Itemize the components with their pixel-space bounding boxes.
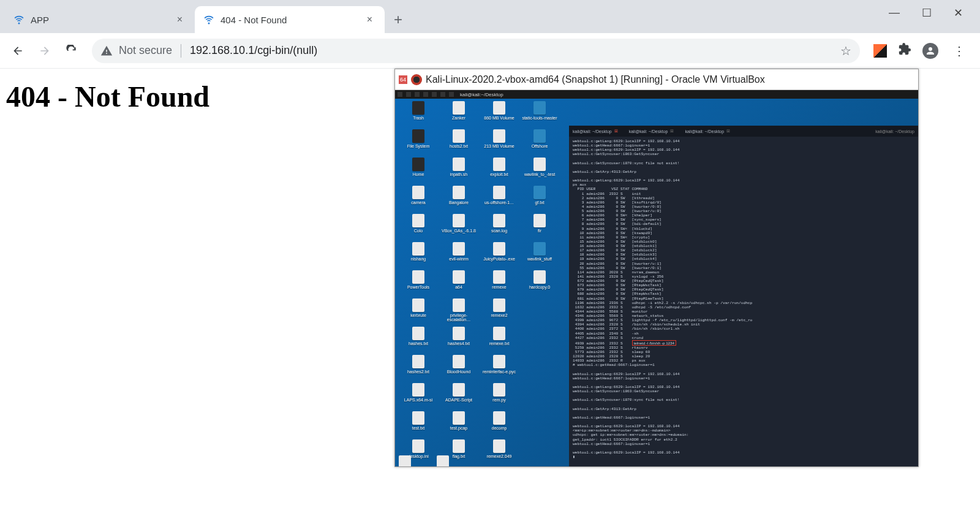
desktop-icon[interactable]: camera (399, 186, 438, 214)
desktop-icon[interactable]: hashes.txt (399, 327, 438, 355)
desktop-icon[interactable]: privilege-escalation… (439, 298, 478, 327)
desktop-icon[interactable]: Colo (399, 214, 438, 242)
icon-label: wavlink_stuff (527, 257, 552, 261)
desktop-icon[interactable]: 860 MB Volume (480, 101, 519, 129)
icon-label: us-offshore-1… (484, 200, 514, 205)
desktop-icon[interactable]: fir (520, 214, 559, 242)
desktop-icon[interactable]: 213 MB Volume (480, 129, 519, 158)
desktop-icon[interactable]: Zanker (439, 101, 478, 129)
file-icon (412, 327, 424, 340)
icon-label: File System (407, 144, 430, 148)
desktop-icon[interactable]: decomp (480, 411, 519, 439)
taskbar-item[interactable] (406, 92, 411, 97)
terminal-output[interactable]: webtool.c:getLang:6629:localIP = 192.168… (569, 137, 918, 462)
win-close[interactable]: ✕ (954, 6, 963, 20)
desktop-icon[interactable]: remexe2.049 (480, 439, 519, 466)
vm-desktop[interactable]: kali@kali:~/Desktop TrashZanker860 MB Vo… (395, 90, 918, 466)
desktop-icon[interactable]: Home (399, 158, 438, 186)
vm-window[interactable]: 64 Kali-Linux-2020.2-vbox-amd64 (Snapsho… (394, 69, 919, 467)
taskbar-item[interactable] (423, 92, 428, 97)
desktop-icon[interactable]: hashes4.txt (439, 327, 478, 355)
desktop-icon[interactable]: Bangalore (439, 186, 478, 214)
desktop-icon[interactable]: File System (399, 129, 438, 158)
desktop-icon[interactable]: test.pcap (439, 411, 478, 439)
desktop-icon[interactable]: exploit.txt (480, 158, 519, 186)
icon-label: LAPS.x64.m-si (404, 398, 432, 402)
vm-taskbar[interactable]: kali@kali:~/Desktop (395, 90, 918, 99)
icon-label: BloodHound (447, 370, 471, 374)
desktop-icon[interactable]: scan.log (480, 214, 519, 242)
file-icon (533, 242, 546, 256)
desktop-icon[interactable]: test.txt (399, 411, 438, 439)
close-icon[interactable]: ⊠ (726, 129, 730, 134)
close-icon[interactable]: × (363, 14, 376, 25)
desktop-icon[interactable]: remexe.txt (480, 327, 519, 355)
icon-label: gf.txt (535, 200, 544, 205)
desktop-icon[interactable]: evil-winrm (439, 242, 478, 270)
profile-avatar-icon[interactable] (922, 43, 938, 59)
desktop-icon[interactable]: VBox_GAs_-6.1.8 (439, 214, 478, 242)
burp-extension-icon[interactable] (873, 44, 887, 58)
desktop-icon[interactable]: wavlink_to_-test (520, 158, 559, 186)
taskbar-item[interactable] (440, 92, 445, 97)
desktop-icon[interactable]: nishang (399, 242, 438, 270)
icon-label: wavlink_to_-test (524, 172, 555, 177)
terminal-window[interactable]: kali@kali: ~/Desktop⊠ kali@kali: ~/Deskt… (569, 126, 918, 466)
close-icon[interactable]: ⊠ (614, 129, 618, 134)
address-bar[interactable]: Not secure 192.168.10.1/cgi-bin/(null) ☆ (92, 39, 860, 63)
browser-menu-icon[interactable]: ⋮ (949, 44, 969, 58)
close-icon[interactable]: ⊠ (670, 129, 674, 134)
back-button[interactable] (6, 39, 29, 63)
taskbar-item[interactable] (415, 92, 420, 97)
file-icon (453, 327, 465, 340)
win-minimize[interactable]: — (889, 6, 900, 20)
desktop-icon[interactable]: reminterfac-e.pyc (480, 355, 519, 383)
desktop-icon[interactable]: a64 (439, 270, 478, 298)
desktop-icon[interactable]: hardcopy.0 (520, 270, 559, 298)
file-icon (453, 355, 465, 368)
desktop-icon[interactable]: inpath.sh (439, 158, 478, 186)
taskbar-item[interactable] (449, 92, 454, 97)
extensions-icon[interactable] (898, 42, 911, 59)
taskbar-active-window[interactable]: kali@kali:~/Desktop (460, 92, 503, 97)
taskbar-item[interactable] (432, 92, 437, 97)
desktop-icon[interactable]: hashes2.txt (399, 355, 438, 383)
desktop-icon[interactable]: BloodHound (439, 355, 478, 383)
terminal-tab[interactable]: kali@kali: ~/Desktop⊠ (629, 129, 674, 134)
desktop-icon[interactable]: remexe2 (480, 298, 519, 327)
desktop-icon[interactable]: rem.py (480, 383, 519, 411)
terminal-tab[interactable]: kali@kali: ~/Desktop⊠ (573, 129, 618, 134)
taskbar-item[interactable] (398, 92, 402, 97)
desktop-icon[interactable]: Trash (399, 101, 438, 129)
desktop-icon[interactable]: us-offshore-1… (480, 186, 519, 214)
desktop-icon[interactable]: LAPS.x64.m-si (399, 383, 438, 411)
desktop-icon[interactable]: PowerTools (399, 270, 438, 298)
file-icon (453, 439, 465, 453)
desktop-icon[interactable]: gf.txt (520, 186, 559, 214)
vm-titlebar[interactable]: 64 Kali-Linux-2020.2-vbox-amd64 (Snapsho… (395, 69, 918, 90)
reload-button[interactable] (60, 39, 83, 63)
new-tab-button[interactable]: + (387, 9, 409, 31)
icon-label: camera (411, 200, 425, 205)
desktop-icon[interactable]: remexe (480, 270, 519, 298)
file-icon[interactable] (437, 455, 449, 466)
tab-app[interactable]: APP × (5, 6, 195, 33)
forward-button[interactable] (33, 39, 56, 63)
file-icon (412, 439, 424, 453)
close-icon[interactable]: × (173, 14, 186, 25)
icon-label: JuicyPotato-.exe (483, 257, 515, 261)
desktop-icon[interactable]: Offshore (520, 129, 559, 158)
desktop-icon[interactable]: wavlink_stuff (520, 242, 559, 270)
terminal-tab[interactable]: kali@kali: ~/Desktop⊠ (685, 129, 730, 134)
desktop-icon[interactable]: static-tools-master (520, 101, 559, 129)
file-icon[interactable] (399, 455, 411, 466)
bookmark-star-icon[interactable]: ☆ (840, 44, 851, 58)
tab-404[interactable]: 404 - Not Found × (195, 6, 385, 33)
icon-label: kerbrute (410, 313, 426, 317)
win-maximize[interactable]: ☐ (922, 6, 932, 20)
file-icon (453, 186, 465, 199)
desktop-icon[interactable]: ADAPE-Script (439, 383, 478, 411)
desktop-icon[interactable]: JuicyPotato-.exe (480, 242, 519, 270)
desktop-icon[interactable]: hosts2.txt (439, 129, 478, 158)
desktop-icon[interactable]: kerbrute (399, 298, 438, 327)
